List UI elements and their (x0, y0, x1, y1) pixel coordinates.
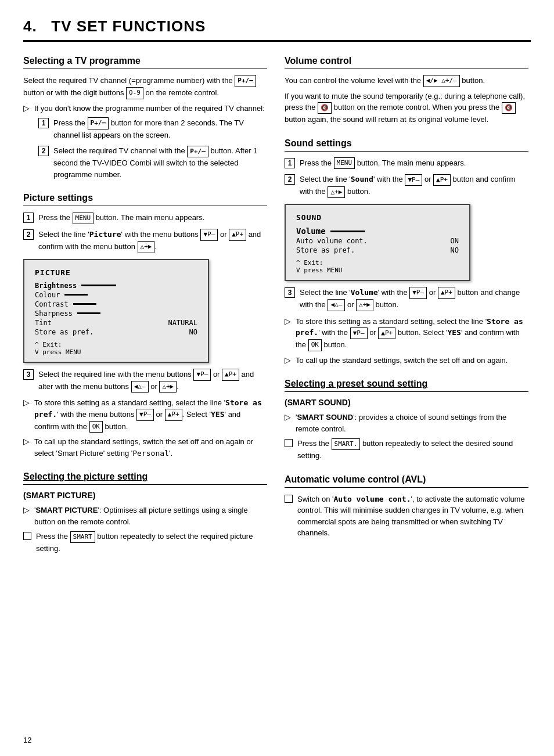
btn-tri-s2: △+▶ (356, 299, 373, 311)
btn-vpm-1: ▼P— (200, 229, 218, 241)
btn-pplusminus-1: P+/— (88, 117, 109, 129)
btn-tri-1: △+▶ (138, 241, 155, 253)
picture-tint-row: Tint NATURAL (35, 319, 197, 327)
picture-store-row: Store as pref. NO (35, 328, 197, 336)
btn-mute-1: 🔇 (318, 102, 332, 114)
contrast-bar (73, 303, 96, 305)
btn-mute-2: 🔇 (502, 102, 516, 114)
btn-menu-sound: MENU (334, 157, 355, 170)
checkbox-icon-2 (285, 439, 293, 447)
sound-step-1-content: Press the MENU button. The main menu app… (300, 157, 528, 170)
picture-mono: Picture (89, 230, 121, 239)
btn-apm-s3: ▲P+ (378, 327, 395, 340)
picture-settings-title: Picture settings (23, 193, 267, 206)
step-2-content: Select the required TV channel with the … (53, 145, 267, 180)
left-column: Selecting a TV programme Select the requ… (23, 56, 267, 567)
sound-step-3: 3 Select the line 'Volume' with the ▼P— … (285, 287, 528, 311)
btn-smart-1: SMART (70, 531, 95, 543)
btn-vpm-s3: ▼P— (350, 327, 368, 340)
btn-menu-1: MENU (73, 213, 94, 225)
smart-sound-subtitle: (SMART SOUND) (285, 398, 528, 407)
checkbox-icon-1 (23, 532, 31, 540)
arrow-icon-1: ▷ (23, 398, 30, 407)
btn-ok-1: OK (89, 421, 103, 433)
sound-menu-box: SOUND Volume Auto volume cont. ON Store … (285, 204, 470, 281)
sound-step-1: 1 Press the MENU button. The main menu a… (285, 157, 528, 170)
sound-step-num-2: 2 (285, 174, 295, 185)
picture-step-num-1: 1 (23, 213, 34, 223)
section-tv-programme-title: Selecting a TV programme (23, 56, 267, 69)
picture-step-1: 1 Press the MENU button. The main menu a… (23, 212, 267, 224)
page-number: 12 (23, 736, 31, 744)
btn-vpm-3: ▼P— (136, 409, 154, 421)
picture-step-num-3: 3 (23, 369, 34, 380)
btn-apm-s2: ▲P+ (438, 287, 455, 299)
sharpness-bar (77, 312, 100, 314)
sound-settings-title: Sound settings (285, 138, 528, 152)
colour-bar (64, 294, 88, 296)
smart-picture-arrow: ▷ 'SMART PICTURE': Optimises all picture… (23, 505, 267, 527)
btn-vol: ◀/▶ △+/— (423, 75, 460, 87)
picture-colour-row: Colour (35, 291, 197, 299)
section-avl: Automatic volume control (AVL) Switch on… (285, 474, 528, 539)
tv-programme-steps: 1 Press the P+/— button for more than 2 … (38, 117, 267, 180)
title-rule (23, 40, 531, 42)
btn-apm-2: ▲P+ (222, 369, 239, 381)
smart-sound-arrow: ▷ 'SMART SOUND': provides a choice of so… (285, 412, 528, 434)
sound-volume-row: Volume (296, 226, 459, 236)
step-1-content: Press the P+/— button for more than 2 se… (53, 117, 267, 141)
picture-sharpness-row: Sharpness (35, 309, 197, 318)
btn-vpm-s1: ▼P— (405, 174, 422, 186)
btn-vpm-2: ▼P— (193, 369, 211, 381)
btn-pplusminus-2: P+/— (187, 146, 208, 158)
arrow-icon-ss: ▷ (285, 412, 291, 422)
section-picture-settings: Picture settings 1 Press the MENU button… (23, 193, 267, 459)
volume-mute: If you want to mute the sound temporaril… (285, 91, 528, 125)
page-title: 4. TV SET FUNCTIONS (23, 17, 531, 35)
btn-left-tri: ◀△— (131, 381, 149, 393)
step-num-1: 1 (38, 118, 49, 128)
picture-contrast-row: Contrast (35, 300, 197, 308)
volume-control-title: Volume control (285, 56, 528, 69)
section-smart-picture: Selecting the picture setting (SMART PIC… (23, 471, 267, 554)
section-sound-settings: Sound settings 1 Press the MENU button. … (285, 138, 528, 366)
smart-sound-checkbox: Press the SMART. button repeatedly to se… (285, 438, 528, 461)
btn-pplusminus: P+/— (235, 75, 256, 87)
sound-auto-row: Auto volume cont. ON (296, 237, 459, 245)
arrow-icon-s2: ▷ (285, 355, 291, 365)
tv-programme-intro: Select the required TV channel (=program… (23, 75, 267, 99)
sound-step-num-3: 3 (285, 287, 295, 298)
btn-apm-s1: ▲P+ (433, 174, 451, 186)
brightness-bar (81, 285, 116, 286)
right-column: Volume control You can control the volum… (285, 56, 528, 567)
smart-picture-title: Selecting the picture setting (23, 471, 267, 485)
picture-arrow-note-2: ▷ To call up the standard settings, swit… (23, 436, 267, 459)
btn-09: 0-9 (126, 87, 143, 99)
checkbox-icon-3 (285, 495, 293, 503)
sound-arrow-note-1: ▷ To store this setting as a standard se… (285, 316, 528, 351)
picture-menu-title: PICTURE (35, 268, 197, 277)
smart-picture-checkbox: Press the SMART button repeatedly to sel… (23, 531, 267, 554)
volume-intro: You can control the volume level with th… (285, 75, 528, 87)
sound-step-2-content: Select the line 'Sound' with the ▼P— or … (300, 174, 528, 198)
picture-menu-footer: ^ Exit:V press MENU (35, 341, 197, 356)
btn-apm-1: ▲P+ (229, 229, 246, 241)
avl-title: Automatic volume control (AVL) (285, 474, 528, 488)
smart-sound-title: Selecting a preset sound setting (285, 379, 528, 392)
sound-menu-footer: ^ Exit:V press MENU (296, 259, 459, 274)
volume-bar (330, 231, 365, 232)
arrow-icon-2: ▷ (23, 437, 30, 446)
picture-brightness-row: Brightness (35, 282, 197, 290)
btn-ok-s: OK (308, 339, 322, 351)
btn-vpm-s2: ▼P— (409, 287, 427, 299)
avl-checkbox: Switch on 'Auto volume cont.', to activa… (285, 494, 528, 539)
step-2: 2 Select the required TV channel with th… (38, 145, 267, 180)
arrow-icon-s1: ▷ (285, 316, 291, 326)
step-num-2: 2 (38, 146, 49, 156)
main-content: Selecting a TV programme Select the requ… (23, 56, 531, 567)
section-smart-sound: Selecting a preset sound setting (SMART … (285, 379, 528, 461)
btn-tri-2: △+▶ (159, 381, 177, 393)
arrow-icon-3: ▷ (23, 505, 30, 514)
section-tv-programme: Selecting a TV programme Select the requ… (23, 56, 267, 180)
picture-step-2: 2 Select the line 'Picture' with the men… (23, 229, 267, 253)
